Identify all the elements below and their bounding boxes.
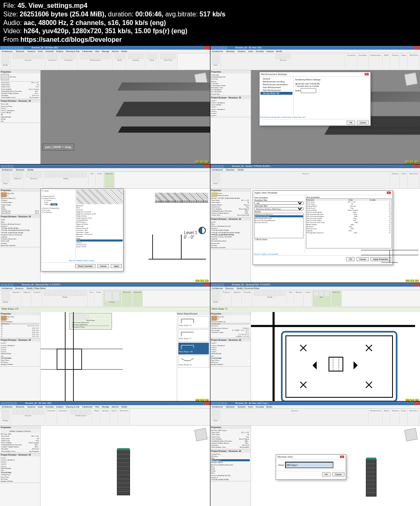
dialog-close-icon[interactable]: × xyxy=(387,191,391,194)
window-titlebar: Structure_36 - 3D View: {3D} xyxy=(0,46,210,50)
project-browser[interactable]: Views (all) Structural Plans Level 1 Lev… xyxy=(0,103,40,123)
building-model[interactable] xyxy=(366,459,377,497)
left-panel: Properties 3D View View Scale1/8" = 1'-0… xyxy=(0,70,41,164)
viewtype-select[interactable]: Elevations, Sections, Detail Views xyxy=(254,207,304,210)
suffix-input[interactable] xyxy=(301,88,316,93)
3d-canvas[interactable]: Rename View× Name: OKCancel 00:06:00 xyxy=(251,426,420,506)
3d-canvas[interactable]: Reinforcement Settings× GeneralReinforce… xyxy=(251,70,420,164)
screenshot-grid: Structure_36 - 3D View: {3D} Architectur… xyxy=(0,46,420,506)
plan-canvas[interactable]: 00:04:30 xyxy=(251,312,420,401)
timestamp: 00:00:50 xyxy=(195,160,208,164)
frame-3: Structure_36 - Section: TYPICAL SLAB E..… xyxy=(210,164,420,283)
discipline-select[interactable]: <all> xyxy=(254,201,304,205)
help-link[interactable]: How do I modify a view template? xyxy=(254,253,279,255)
svg-rect-14 xyxy=(282,332,397,401)
frame-7: Structure_36 - 3D View: {3D} Copy 1 Arch… xyxy=(210,401,420,506)
media-info-header: File: 45. View_settings.mp4 Size: 262516… xyxy=(0,0,420,46)
tooltip: pan | MMB + drag xyxy=(42,144,74,150)
viewcube[interactable] xyxy=(194,428,207,441)
rebar-icon xyxy=(1,192,7,197)
close-icon[interactable] xyxy=(413,46,419,49)
viewcube[interactable] xyxy=(404,73,418,86)
rename-view-dialog[interactable]: Rename View× Name: OKCancel xyxy=(276,454,346,480)
cancel-button[interactable]: Cancel xyxy=(332,472,345,476)
dialog-close-icon[interactable]: × xyxy=(340,456,344,458)
viewcube[interactable] xyxy=(404,428,418,441)
frame-5: Structure_36 - Structural Plan: T.O.FOOT… xyxy=(210,283,420,401)
dialog-close-icon[interactable]: × xyxy=(365,73,369,75)
frame-2: ArchitectureStructureModify SelectClipbo… xyxy=(0,164,210,283)
frame-0: Structure_36 - 3D View: {3D} Architectur… xyxy=(0,46,210,164)
plan-canvas[interactable]: Work Plane Near Cover ReferenceFar Cover… xyxy=(41,312,210,401)
ok-button[interactable]: OK xyxy=(322,472,331,476)
properties-header: Properties xyxy=(0,70,40,73)
svg-rect-15 xyxy=(286,336,393,397)
svg-rect-16 xyxy=(329,357,343,371)
menubar[interactable]: ArchitectureStructureSystemsInsertAnnota… xyxy=(0,50,210,53)
rename-input[interactable] xyxy=(285,462,333,468)
close-icon[interactable] xyxy=(203,46,209,49)
section-canvas[interactable]: Apply View Template× View templates Disc… xyxy=(251,189,420,283)
ok-button[interactable]: OK xyxy=(346,257,355,261)
help-link[interactable]: How do these settings affect numbering f… xyxy=(260,116,306,118)
frame-1: Structure_36 - 3D View: {3D} Architectur… xyxy=(210,46,420,164)
section-icon xyxy=(211,192,217,197)
cancel-button[interactable]: Cancel xyxy=(357,121,369,125)
visibility-dialog[interactable]: ☑ Visible ▸ Projection/Lines ▸ Surface P… xyxy=(41,189,123,271)
ok-button[interactable]: OK xyxy=(347,121,355,125)
svg-rect-11 xyxy=(57,349,82,369)
view-cube-icon xyxy=(1,74,9,80)
browser-header: Project Browser - Structure_36 xyxy=(0,99,40,103)
frame-6: Structure_36 - 3D View: {3D} Architectur… xyxy=(0,401,210,506)
3d-canvas[interactable]: pan | MMB + drag 00:00:50 xyxy=(41,70,210,164)
open-vg-link[interactable]: Open the Visibility Graphics dialog... xyxy=(69,260,95,262)
frame-4: Structure_36 - Structural Plan: T.O.FOOT… xyxy=(0,283,210,401)
section-canvas[interactable]: ☑ Visible ▸ Projection/Lines ▸ Surface P… xyxy=(41,189,210,283)
3d-canvas[interactable]: 00:05:20 xyxy=(41,426,210,506)
reinforcement-settings-dialog[interactable]: Reinforcement Settings× GeneralReinforce… xyxy=(259,72,371,126)
ribbon[interactable]: ModifyStructureConnectionFoundationReinf… xyxy=(0,53,210,70)
rebar-shape-browser[interactable]: Rebar Shape Browser Rebar Shape: 16 Reba… xyxy=(177,312,210,401)
building-model[interactable] xyxy=(117,449,130,495)
